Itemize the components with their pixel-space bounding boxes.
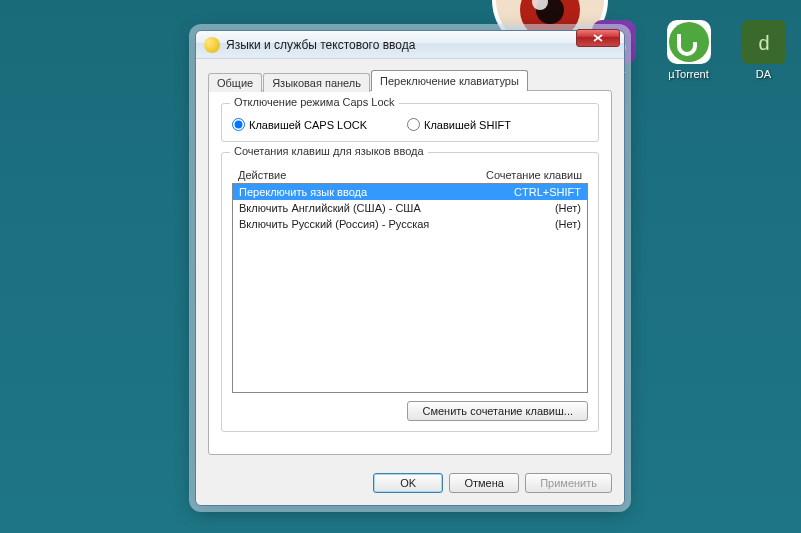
app-icon <box>204 37 220 53</box>
list-row[interactable]: Включить Русский (Россия) - Русская(Нет) <box>233 216 587 232</box>
tab-language-bar[interactable]: Языковая панель <box>263 73 370 92</box>
svg-point-5 <box>669 22 709 62</box>
radio-caps-lock-input[interactable] <box>232 118 245 131</box>
utorrent-icon <box>667 20 711 64</box>
tab-strip: Общие Языковая панель Переключение клави… <box>208 69 612 91</box>
radio-shift[interactable]: Клавишей SHIFT <box>407 118 511 131</box>
col-action: Действие <box>238 169 286 181</box>
list-row-action: Включить Английский (США) - США <box>239 202 421 214</box>
desktop-icon-utorrent[interactable]: µTorrent <box>661 20 716 80</box>
da-icon: d <box>742 20 786 64</box>
hotkeys-group: Сочетания клавиш для языков ввода Действ… <box>221 152 599 432</box>
tab-general[interactable]: Общие <box>208 73 262 92</box>
cancel-button[interactable]: Отмена <box>449 473 519 493</box>
radio-shift-input[interactable] <box>407 118 420 131</box>
desktop-icon-da[interactable]: d DA <box>736 20 791 80</box>
list-row-action: Включить Русский (Россия) - Русская <box>239 218 429 230</box>
tab-panel-keyboard-switch: Отключение режима Caps Lock Клавишей CAP… <box>208 90 612 455</box>
hotkeys-listbox[interactable]: Переключить язык вводаCTRL+SHIFTВключить… <box>232 183 588 393</box>
hotkeys-list-header: Действие Сочетание клавиш <box>232 167 588 183</box>
titlebar[interactable]: Языки и службы текстового ввода <box>196 31 624 59</box>
text-services-dialog: Языки и службы текстового ввода Общие Яз… <box>195 30 625 506</box>
col-combo: Сочетание клавиш <box>486 169 582 181</box>
svg-text:d: d <box>758 32 769 54</box>
capslock-group: Отключение режима Caps Lock Клавишей CAP… <box>221 103 599 142</box>
window-title: Языки и службы текстового ввода <box>226 38 620 52</box>
capslock-group-title: Отключение режима Caps Lock <box>230 96 399 108</box>
list-row[interactable]: Включить Английский (США) - США(Нет) <box>233 200 587 216</box>
radio-shift-label: Клавишей SHIFT <box>424 119 511 131</box>
desktop-icon-label: µTorrent <box>668 68 709 80</box>
list-row[interactable]: Переключить язык вводаCTRL+SHIFT <box>233 184 587 200</box>
list-row-combo: (Нет) <box>555 218 581 230</box>
tab-keyboard-switch[interactable]: Переключение клавиатуры <box>371 70 528 91</box>
desktop-icon-label: DA <box>756 68 771 80</box>
dialog-footer: OK Отмена Применить <box>196 463 624 505</box>
list-row-combo: CTRL+SHIFT <box>514 186 581 198</box>
ok-button[interactable]: OK <box>373 473 443 493</box>
radio-caps-lock[interactable]: Клавишей CAPS LOCK <box>232 118 367 131</box>
close-button[interactable] <box>576 29 620 47</box>
change-hotkey-button[interactable]: Сменить сочетание клавиш... <box>407 401 588 421</box>
list-row-action: Переключить язык ввода <box>239 186 367 198</box>
hotkeys-group-title: Сочетания клавиш для языков ввода <box>230 145 428 157</box>
apply-button[interactable]: Применить <box>525 473 612 493</box>
radio-caps-lock-label: Клавишей CAPS LOCK <box>249 119 367 131</box>
list-row-combo: (Нет) <box>555 202 581 214</box>
